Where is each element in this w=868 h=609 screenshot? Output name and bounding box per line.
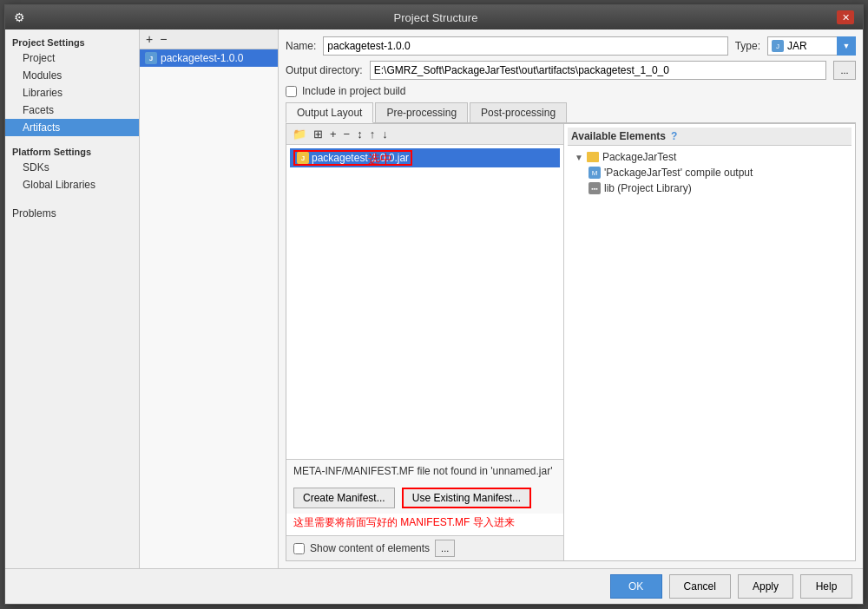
type-value: JAR <box>787 40 807 52</box>
output-dir-row: Output directory: ... <box>286 61 856 80</box>
remove-artifact-button[interactable]: − <box>157 32 169 46</box>
output-jar-label: packagetest-1.0.0.jar <box>312 152 409 164</box>
type-label: Type: <box>735 40 760 52</box>
close-button[interactable]: ✕ <box>837 10 854 24</box>
app-icon-area: ⚙ <box>14 10 35 24</box>
include-label: Include in project build <box>302 85 405 97</box>
layout-plus-button[interactable]: + <box>327 127 339 141</box>
tab-pre-processing[interactable]: Pre-processing <box>375 102 468 122</box>
help-button[interactable]: Help <box>800 574 852 599</box>
tab-post-processing[interactable]: Post-processing <box>470 102 567 122</box>
manifest-note-row: 这里需要将前面写好的 MANIFEST.MF 导入进来 <box>286 514 563 535</box>
tree-label-0: PackageJarTest <box>602 151 676 163</box>
jar-icon: J <box>145 52 157 64</box>
platform-settings-section: Platform Settings <box>5 143 139 159</box>
show-content-row: Show content of elements ... <box>286 535 563 560</box>
tree-item-packagejartest[interactable]: ▼ PackageJarTest <box>571 149 848 165</box>
dialog-body: Project Settings Project Modules Librari… <box>5 29 863 568</box>
title-bar: ⚙ Project Structure ✕ <box>5 5 863 29</box>
sidebar-item-problems[interactable]: Problems <box>5 204 139 221</box>
artifact-toolbar: + − <box>140 29 278 49</box>
add-artifact-button[interactable]: + <box>143 32 155 46</box>
tree-label-1: 'PackageJarTest' compile output <box>604 167 753 179</box>
layout-tree: J packagetest-1.0.0.jar 选中 <box>286 145 563 459</box>
cancel-button[interactable]: Cancel <box>669 574 731 599</box>
help-icon[interactable]: ? <box>671 130 677 142</box>
artifact-item-label: packagetest-1.0.0 <box>161 52 243 64</box>
sidebar-item-sdks[interactable]: SDKs <box>5 159 139 176</box>
include-checkbox[interactable] <box>286 86 297 97</box>
tab-output-layout[interactable]: Output Layout <box>286 102 373 123</box>
dialog-title: Project Structure <box>35 11 837 24</box>
sidebar-item-global-libraries[interactable]: Global Libraries <box>5 176 139 193</box>
output-jar-item[interactable]: J packagetest-1.0.0.jar <box>290 148 560 167</box>
name-type-row: Name: Type: J JAR ▼ <box>286 36 856 56</box>
selected-border: J packagetest-1.0.0.jar <box>293 150 412 166</box>
create-manifest-button[interactable]: Create Manifest... <box>293 488 395 508</box>
layout-sort-button[interactable]: ↕ <box>354 127 365 141</box>
show-content-label: Show content of elements <box>310 542 430 554</box>
layout-left: 📁 ⊞ + − ↕ ↑ ↓ <box>286 124 564 560</box>
chevron-down-icon: ▼ <box>843 42 851 50</box>
apply-button[interactable]: Apply <box>738 574 793 599</box>
output-dir-input[interactable] <box>370 61 826 80</box>
content-split: + − J packagetest-1.0.0 Name: <box>140 29 863 568</box>
available-tree: ▼ PackageJarTest M 'PackageJarTest' comp… <box>568 146 852 557</box>
sidebar: Project Settings Project Modules Librari… <box>5 29 140 568</box>
name-input[interactable] <box>323 36 727 56</box>
project-structure-dialog: ⚙ Project Structure ✕ Project Settings P… <box>4 4 864 605</box>
layout-up-button[interactable]: ↑ <box>367 127 378 141</box>
tabs-bar: Output Layout Pre-processing Post-proces… <box>286 102 856 123</box>
available-elements-panel: Available Elements ? ▼ PackageJarTest <box>564 124 855 560</box>
expand-icon: ▼ <box>575 153 583 162</box>
available-elements-header: Available Elements ? <box>568 128 852 146</box>
module-icon: M <box>589 167 601 179</box>
type-dropdown-container: J JAR ▼ <box>767 36 856 56</box>
manifest-warning: META-INF/MANIFEST.MF file not found in '… <box>286 459 563 482</box>
type-dropdown-arrow[interactable]: ▼ <box>837 36 856 56</box>
output-dir-label: Output directory: <box>286 64 363 76</box>
artifact-list: J packagetest-1.0.0 <box>140 49 278 568</box>
jar-type-icon: J <box>772 40 784 52</box>
available-elements-title: Available Elements <box>571 130 666 142</box>
use-existing-manifest-button[interactable]: Use Existing Manifest... <box>402 488 531 508</box>
layout-toolbar: 📁 ⊞ + − ↕ ↑ ↓ <box>286 124 563 145</box>
artifact-item[interactable]: J packagetest-1.0.0 <box>140 49 278 67</box>
layout-add-folder-button[interactable]: 📁 <box>290 127 309 141</box>
tree-item-lib[interactable]: ▪▪▪ lib (Project Library) <box>571 180 848 196</box>
layout-minus-button[interactable]: − <box>341 127 353 141</box>
sidebar-item-libraries[interactable]: Libraries <box>5 84 139 102</box>
browse-button[interactable]: ... <box>833 61 856 80</box>
ok-button[interactable]: OK <box>610 574 662 599</box>
show-content-options-button[interactable]: ... <box>435 540 455 557</box>
lib-icon: ▪▪▪ <box>589 182 601 194</box>
tree-label-2: lib (Project Library) <box>604 182 692 194</box>
folder-icon <box>587 152 599 162</box>
show-content-checkbox[interactable] <box>293 543 305 554</box>
output-layout-panel: 📁 ⊞ + − ↕ ↑ ↓ <box>286 124 855 560</box>
type-dropdown[interactable]: J JAR <box>767 36 837 56</box>
main-content: + − J packagetest-1.0.0 Name: <box>140 29 863 568</box>
name-label: Name: <box>286 40 316 52</box>
manifest-note-text: 这里需要将前面写好的 MANIFEST.MF 导入进来 <box>293 515 515 530</box>
manifest-section: META-INF/MANIFEST.MF file not found in '… <box>286 459 563 535</box>
sidebar-item-project[interactable]: Project <box>5 49 139 67</box>
layout-grid-button[interactable]: ⊞ <box>311 127 326 141</box>
tree-item-compile-output[interactable]: M 'PackageJarTest' compile output <box>571 165 848 180</box>
sidebar-item-modules[interactable]: Modules <box>5 67 139 84</box>
dialog-footer: OK Cancel Apply Help <box>5 568 863 604</box>
project-settings-section: Project Settings <box>5 34 139 49</box>
artifact-panel: + − J packagetest-1.0.0 <box>140 29 279 568</box>
layout-down-button[interactable]: ↓ <box>379 127 391 141</box>
right-panel: Name: Type: J JAR ▼ <box>279 29 863 568</box>
sidebar-item-artifacts[interactable]: Artifacts <box>5 119 139 136</box>
sidebar-item-facets[interactable]: Facets <box>5 102 139 119</box>
output-jar-icon: J <box>297 152 309 164</box>
include-checkbox-row: Include in project build <box>286 85 856 97</box>
manifest-buttons: Create Manifest... Use Existing Manifest… <box>286 482 563 514</box>
tab-content: 📁 ⊞ + − ↕ ↑ ↓ <box>286 123 856 561</box>
